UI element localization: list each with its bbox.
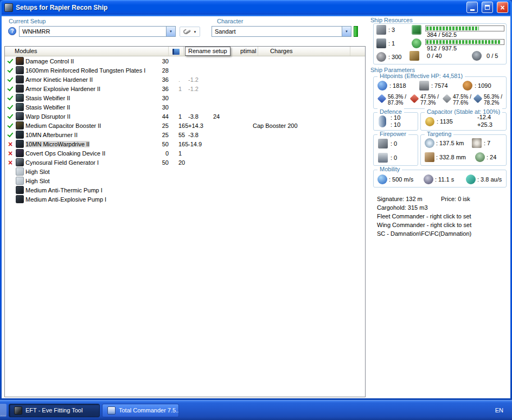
module-name: 10MN Afterburner II <box>25 132 159 138</box>
module-icon <box>16 112 24 120</box>
price-text: Price: 0 isk <box>441 196 470 202</box>
module-row[interactable]: Medium Anti-Explosive Pump I <box>5 195 365 204</box>
powergrid-icon <box>412 38 421 48</box>
em-resist-armor: 87.3% <box>388 100 403 106</box>
taskbar-task-eft[interactable]: EFT - Eve Fitting Tool <box>9 404 100 417</box>
module-row[interactable]: Medium Capacitor Booster II25165+14.3Cap… <box>5 121 365 130</box>
module-name: Armor Explosive Hardener II <box>25 86 159 92</box>
hull-icon <box>463 81 472 91</box>
module-row[interactable]: Stasis Webifier II30 <box>5 93 365 102</box>
em-resist: 56.3% / 87.3% <box>377 94 406 106</box>
module-row[interactable]: Warp Disruptor II441-3.824 <box>5 112 365 121</box>
fleet-commander-text[interactable]: Fleet Commander - right click to set <box>377 213 471 219</box>
taskbar-task-total-commander[interactable]: Total Commander 7.5... <box>102 404 179 417</box>
current-setup-combobox[interactable]: WNHMRR ▼ <box>19 26 176 37</box>
shield-icon <box>377 81 387 91</box>
module-status-icon <box>5 141 16 147</box>
cpu-column-header[interactable] <box>169 47 184 56</box>
module-row[interactable]: Armor Explosive Hardener II361-1.2 <box>5 84 365 93</box>
targeting-label: Targeting <box>425 131 453 137</box>
module-status-icon <box>5 124 16 127</box>
module-cap-use-value: -14.9 <box>187 141 209 147</box>
close-button[interactable]: × <box>497 2 508 13</box>
module-row[interactable]: High Slot <box>5 176 365 185</box>
setup-tools-button[interactable]: ▼ <box>180 27 200 37</box>
help-icon[interactable]: ? <box>8 27 16 35</box>
module-icon <box>16 85 24 93</box>
module-powergrid-value: 20 <box>174 159 187 166</box>
module-icon <box>16 140 24 148</box>
module-icon <box>16 121 24 130</box>
charges-column-header[interactable]: Charges <box>258 47 350 56</box>
modules-column-header[interactable]: Modules <box>5 47 169 56</box>
module-row[interactable]: Covert Ops Cloaking Device II01 <box>5 148 365 158</box>
mobility-group: Mobility : 500 m/s : 11.1 s : 3.8 au/s <box>373 170 507 188</box>
hitpoints-group: Hitpoints (Effective HP: 44,581) : 1818 … <box>373 76 507 109</box>
capacitor-usage: -12.4 <box>477 114 491 120</box>
squad-commander-text[interactable]: SC - Damnation\FC\FC(Damnation) <box>377 230 471 237</box>
module-status-icon <box>5 60 16 63</box>
firepower-turrets: : 0 <box>378 139 397 148</box>
em-resist-icon <box>377 94 387 104</box>
module-icon <box>16 75 24 83</box>
cpu-usage-text: 384 / 562.5 <box>427 31 457 38</box>
explosive-resist: 56.3% / 78.2% <box>473 94 502 106</box>
module-row[interactable]: High Slot <box>5 167 365 176</box>
wing-commander-text[interactable]: Wing Commander - right click to set <box>377 222 471 228</box>
ship-resources-label: Ship Resources <box>370 17 413 23</box>
kinetic-resist: 47.5% / 77.6% <box>442 94 471 106</box>
hull-hp-value: : 1090 <box>475 82 491 89</box>
module-row[interactable]: Stasis Webifier II30 <box>5 102 365 112</box>
module-row[interactable]: 1600mm Reinforced Rolled Tungsten Plates… <box>5 66 365 75</box>
module-status-icon <box>5 160 16 165</box>
module-icon <box>16 195 24 203</box>
minimize-button[interactable] <box>466 2 478 13</box>
module-status-icon <box>5 87 16 91</box>
module-cpu-value: 25 <box>159 122 174 129</box>
character-dropdown-button[interactable]: ▼ <box>342 27 351 36</box>
capacitor-recharge: +25.3 <box>477 121 492 128</box>
module-row[interactable]: Medium Anti-Thermic Pump I <box>5 185 365 195</box>
module-powergrid-value: 1 <box>174 113 187 120</box>
module-cap-use-value: +14.3 <box>187 122 209 129</box>
kinetic-resist-armor: 77.6% <box>453 100 468 106</box>
hull-hp: : 1090 <box>463 81 491 91</box>
module-name: Medium Anti-Thermic Pump I <box>25 187 159 193</box>
turret-hardpoints: : 3 <box>376 25 401 35</box>
cpu-book-icon <box>172 49 180 55</box>
character-combobox[interactable]: Sandart ▼ <box>212 26 351 37</box>
wrench-icon <box>183 28 191 35</box>
warp-speed-value: : 3.8 au/s <box>477 176 502 183</box>
current-setup-label: Current Setup <box>9 18 46 24</box>
rename-setup-tooltip: Rename setup <box>185 47 231 56</box>
module-name: Medium Capacitor Booster II <box>25 122 159 129</box>
chevron-down-icon: ▼ <box>169 30 172 33</box>
module-name: Stasis Webifier II <box>25 104 159 111</box>
current-setup-dropdown-button[interactable]: ▼ <box>166 27 175 36</box>
drone-bay-value: 0 / 40 <box>427 53 442 59</box>
armor-icon <box>419 81 429 91</box>
module-row[interactable]: Armor Kinetic Hardener II36.-1.2 <box>5 75 365 84</box>
module-name: Armor Kinetic Hardener II <box>25 76 159 83</box>
cargohold-text: Cargohold: 315 m3 <box>377 204 428 211</box>
thermal-resist-icon <box>410 94 419 104</box>
module-row[interactable]: Cynosural Field Generator I5020 <box>5 158 365 167</box>
module-row[interactable]: 10MN Afterburner II2555-3.8 <box>5 130 365 139</box>
module-name-text: Covert Ops Cloaking Device II <box>25 150 105 157</box>
maximize-button[interactable] <box>482 2 493 13</box>
module-charges-value: Cap Booster 200 <box>248 122 365 129</box>
warp-speed-icon <box>466 175 476 184</box>
module-powergrid-value: 55 <box>174 132 187 138</box>
kinetic-resist-shield: 47.5% / <box>453 94 471 100</box>
module-name-text: High Slot <box>25 169 50 175</box>
module-icon <box>16 94 24 102</box>
module-name: Stasis Webifier II <box>25 95 159 101</box>
language-indicator[interactable]: EN <box>495 407 503 413</box>
module-row[interactable]: Damage Control II30 <box>5 56 365 66</box>
modules-table[interactable]: Modules ptimal Charges Rename setup Dama… <box>4 46 366 397</box>
module-icon <box>16 57 24 65</box>
taskbar-overflow[interactable]: ... <box>0 404 7 417</box>
firepower-label: Firepower <box>377 131 408 137</box>
titlebar[interactable]: Setups for Rapier Recon Ship × <box>2 0 510 15</box>
module-row[interactable]: 10MN MicroWarpdrive II50165-14.9 <box>5 139 365 148</box>
